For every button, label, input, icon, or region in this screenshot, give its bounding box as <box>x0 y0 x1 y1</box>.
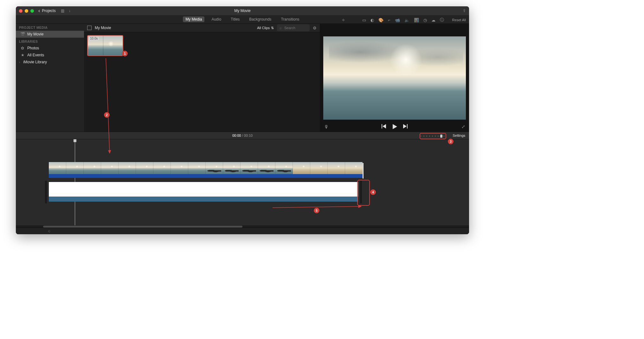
info-icon[interactable]: ⓘ <box>440 17 444 23</box>
timeline-video-clip[interactable] <box>49 162 363 179</box>
minimize-window-button[interactable] <box>25 9 28 13</box>
clip-filmstrip <box>49 162 363 174</box>
enhance-icon[interactable]: ✧ <box>342 18 345 22</box>
playback-controls: 🎙 ⤢ <box>320 121 469 132</box>
media-clip-thumbnail[interactable]: 10.0s <box>87 35 123 56</box>
browser-title: My Movie <box>95 26 111 30</box>
projects-label: Projects <box>42 9 55 13</box>
clip-filter-dropdown[interactable]: All Clips ⇅ <box>257 26 274 30</box>
share-icon[interactable]: ⇪ <box>463 9 466 13</box>
updown-icon: ⇅ <box>271 26 274 30</box>
clapper-icon: 🎬 <box>20 32 25 36</box>
sidebar-item-label: Photos <box>27 46 39 50</box>
annotation-box-4 <box>357 180 370 206</box>
prev-frame-button[interactable] <box>381 124 386 129</box>
timeline-overlay-clip[interactable] <box>49 182 358 202</box>
sidebar-item-my-movie[interactable]: 🎬 My Movie <box>16 31 84 38</box>
preview-viewport[interactable] <box>323 36 466 120</box>
tab-transitions[interactable]: Transitions <box>278 16 302 22</box>
sidebar-section-project-media: PROJECT MEDIA <box>16 24 84 31</box>
zoom-window-button[interactable] <box>30 9 34 13</box>
app-window: Projects ▥ ↓ My Movie ⇪ My Media Audio T… <box>16 6 469 234</box>
back-to-projects-button[interactable]: Projects <box>38 8 56 13</box>
speed-icon[interactable]: ◷ <box>423 18 427 22</box>
voiceover-icon[interactable]: 🎙 <box>324 124 329 129</box>
browser-header: My Movie All Clips ⇅ ⌕ ⚙ <box>84 24 320 32</box>
annotation-badge-5: 5 <box>314 208 319 213</box>
sidebar: PROJECT MEDIA 🎬 My Movie LIBRARIES ✿ Pho… <box>16 24 84 132</box>
sidebar-item-label: My Movie <box>27 32 43 36</box>
import-icon[interactable]: ↓ <box>69 9 71 13</box>
layout-icon[interactable]: ▥ <box>61 9 64 13</box>
timeline-current-time: 00:00 <box>232 134 241 137</box>
search-icon: ⌕ <box>280 26 282 30</box>
sidebar-item-imovie-library[interactable]: › iMovie Library <box>16 59 84 66</box>
photos-icon: ✿ <box>20 46 25 50</box>
search-field[interactable]: ⌕ <box>277 24 310 31</box>
color-correction-icon[interactable]: 🎨 <box>378 18 383 22</box>
tab-backgrounds[interactable]: Backgrounds <box>247 16 274 22</box>
search-input[interactable] <box>284 26 307 30</box>
reset-all-button[interactable]: Reset All <box>452 18 466 22</box>
window-controls <box>19 9 34 13</box>
fullscreen-icon[interactable]: ⤢ <box>461 124 465 129</box>
color-balance-icon[interactable]: ◐ <box>370 18 374 22</box>
browser-layout-icon[interactable] <box>87 26 92 30</box>
preview-pane: 🎙 ⤢ <box>320 24 469 132</box>
sidebar-item-label: All Events <box>27 53 44 57</box>
titlebar: Projects ▥ ↓ My Movie ⇪ <box>16 6 469 15</box>
sidebar-item-label: iMovie Library <box>23 60 47 64</box>
overlay-trim-handle-left[interactable] <box>45 181 47 204</box>
play-button[interactable] <box>392 124 397 129</box>
overlay-clip-body[interactable] <box>49 182 358 197</box>
timeline-total-time: 00:10 <box>244 134 253 137</box>
media-browser: My Movie All Clips ⇅ ⌕ ⚙ 10.0s <box>84 24 320 132</box>
tab-audio[interactable]: Audio <box>209 16 224 22</box>
crop-icon[interactable]: ⌐ <box>388 18 390 22</box>
tab-my-media[interactable]: My Media <box>183 16 204 22</box>
chevron-right-icon: › <box>19 60 20 64</box>
sidebar-section-libraries: LIBRARIES <box>16 38 84 45</box>
stabilization-icon[interactable]: 📹 <box>395 18 400 22</box>
window-title: My Movie <box>16 9 469 13</box>
close-window-button[interactable] <box>19 9 23 13</box>
annotation-badge-3: 3 <box>448 139 454 144</box>
events-icon: ★ <box>20 53 25 57</box>
timeline[interactable]: ♫ <box>16 139 469 234</box>
clip-audio-lane[interactable] <box>49 174 363 178</box>
next-frame-button[interactable] <box>403 124 408 129</box>
noise-eq-icon[interactable]: 📊 <box>414 18 419 22</box>
annotation-badge-1: 1 <box>122 51 128 56</box>
sidebar-item-photos[interactable]: ✿ Photos <box>16 45 84 52</box>
timeline-header: 00:00 / 00:10 Settings <box>16 132 469 139</box>
browser-options-icon[interactable]: ⚙ <box>313 26 317 30</box>
filter-icon[interactable]: ☁ <box>431 18 435 22</box>
tab-titles[interactable]: Titles <box>228 16 242 22</box>
music-lane[interactable]: ♫ <box>16 228 469 234</box>
clip-filter-label: All Clips <box>257 26 270 30</box>
music-icon: ♫ <box>48 229 50 233</box>
video-overlay-icon[interactable]: ▭ <box>362 18 366 22</box>
overlay-clip-audio-lane[interactable] <box>49 197 358 202</box>
preview-adjust-toolbar: ✧ ▭ ◐ 🎨 ⌐ 📹 🔈 📊 ◷ ☁ ⓘ Reset All <box>342 16 466 23</box>
zoom-knob[interactable] <box>440 135 442 138</box>
zoom-track <box>421 135 445 137</box>
annotation-badge-4: 4 <box>370 189 376 195</box>
volume-icon[interactable]: 🔈 <box>404 18 409 22</box>
clip-duration-label: 10.0s <box>89 37 99 40</box>
timeline-zoom-slider[interactable] <box>420 133 446 139</box>
annotation-badge-2: 2 <box>104 112 110 118</box>
timeline-settings-button[interactable]: Settings <box>453 132 465 139</box>
sidebar-item-all-events[interactable]: ★ All Events <box>16 52 84 59</box>
